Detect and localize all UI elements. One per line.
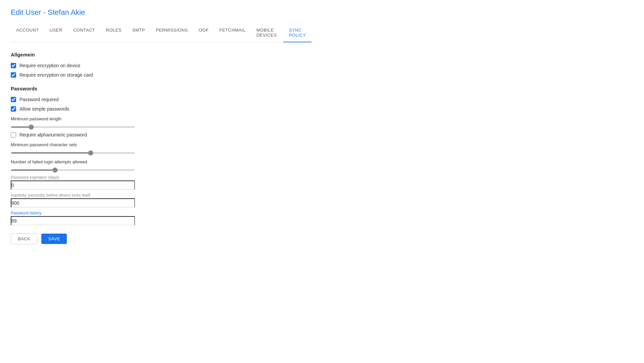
passwords-title: Passwords <box>11 86 312 91</box>
tab-sync-policy[interactable]: SYNC POLICY <box>283 24 312 42</box>
min-char-sets-label: Minimum password character sets <box>11 142 312 147</box>
inactivity-seconds-group: Inactivity (seconds) before device locks… <box>11 193 312 207</box>
allgemein-section: Allgemein Require encryption on device R… <box>11 52 312 78</box>
tabs-nav: ACCOUNT USER CONTACT ROLES SMTP PERMISSI… <box>11 24 312 42</box>
page-title: Edit User - Stefan Akie <box>11 8 312 17</box>
failed-login-attempts-slider-container <box>11 166 312 172</box>
allow-simple-checkbox[interactable] <box>11 106 16 112</box>
min-password-length-label: Minimum password length <box>11 116 312 121</box>
password-required-row: Password required <box>11 97 312 102</box>
tab-fetchmail[interactable]: FETCHMAIL <box>214 24 251 42</box>
tab-contact[interactable]: CONTACT <box>68 24 100 42</box>
require-alphanumeric-row: Require alphanumeric password <box>11 132 312 137</box>
password-history-input[interactable] <box>11 216 135 225</box>
require-encryption-device-row: Require encryption on device <box>11 63 312 68</box>
require-encryption-storage-row: Require encryption on storage card <box>11 72 312 78</box>
allgemein-title: Allgemein <box>11 52 312 57</box>
tab-user[interactable]: USER <box>44 24 68 42</box>
password-required-checkbox[interactable] <box>11 97 16 102</box>
require-encryption-device-checkbox[interactable] <box>11 63 16 68</box>
button-row: BACK SAVE <box>11 233 312 244</box>
require-encryption-storage-checkbox[interactable] <box>11 72 16 78</box>
min-password-length-slider[interactable] <box>11 126 135 128</box>
save-button[interactable]: SAVE <box>41 234 67 244</box>
inactivity-seconds-input[interactable] <box>11 198 135 207</box>
back-button[interactable]: BACK <box>11 233 37 244</box>
require-alphanumeric-checkbox[interactable] <box>11 132 16 137</box>
password-required-label: Password required <box>19 97 59 102</box>
tab-oof[interactable]: OOF <box>193 24 214 42</box>
password-history-group: Password history <box>11 211 312 225</box>
failed-login-attempts-label: Number of failed login attempts allowed <box>11 159 312 164</box>
tab-roles[interactable]: ROLES <box>100 24 127 42</box>
require-encryption-storage-label: Require encryption on storage card <box>19 72 93 78</box>
password-expiration-group: Password expiration (days) <box>11 175 312 190</box>
min-char-sets-slider-container <box>11 149 312 155</box>
tab-mobile-devices[interactable]: MOBILE DEVICES <box>251 24 284 42</box>
passwords-section: Passwords Password required Allow simple… <box>11 86 312 225</box>
allow-simple-label: Allow simple passwords <box>19 106 70 112</box>
require-alphanumeric-label: Require alphanumeric password <box>19 132 87 137</box>
min-char-sets-slider[interactable] <box>11 152 135 154</box>
tab-permissions[interactable]: PERMISSIONS <box>150 24 193 42</box>
inactivity-seconds-label: Inactivity (seconds) before device locks… <box>11 193 312 198</box>
page-container: Edit User - Stefan Akie ACCOUNT USER CON… <box>0 0 322 252</box>
require-encryption-device-label: Require encryption on device <box>19 63 80 68</box>
tab-smtp[interactable]: SMTP <box>127 24 150 42</box>
min-password-length-slider-container <box>11 123 312 129</box>
password-expiration-input[interactable] <box>11 180 135 190</box>
allow-simple-row: Allow simple passwords <box>11 106 312 112</box>
password-expiration-label: Password expiration (days) <box>11 175 312 180</box>
tab-account[interactable]: ACCOUNT <box>11 24 44 42</box>
password-history-label[interactable]: Password history <box>11 211 312 215</box>
failed-login-attempts-slider[interactable] <box>11 169 135 171</box>
